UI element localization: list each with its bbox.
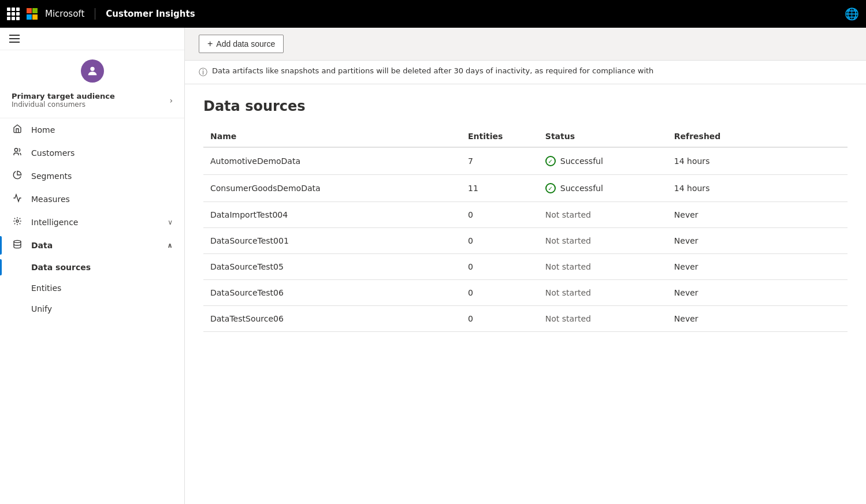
segments-label: Segments — [31, 171, 173, 181]
notice-text: Data artifacts like snapshots and partit… — [212, 66, 653, 75]
sidebar-item-customers[interactable]: Customers — [0, 141, 184, 165]
row-status: ✓Successful — [538, 147, 667, 175]
status-label: Not started — [545, 236, 591, 245]
row-name: DataTestSource06 — [203, 306, 461, 332]
row-entities: 0 — [461, 254, 538, 280]
row-name: DataImportTest004 — [203, 202, 461, 228]
add-button-label: Add data source — [216, 39, 275, 48]
sidebar-item-measures[interactable]: Measures — [0, 188, 184, 211]
sidebar-item-entities[interactable]: Entities — [0, 278, 184, 298]
row-entities: 0 — [461, 228, 538, 254]
sidebar: Primary target audience Individual consu… — [0, 28, 185, 504]
row-refreshed: Never — [667, 228, 848, 254]
status-success-icon: ✓ — [545, 156, 556, 166]
entities-label: Entities — [31, 283, 61, 293]
row-name: ConsumerGoodsDemoData — [203, 175, 461, 202]
status-label: Not started — [545, 314, 591, 323]
toolbar: + Add data source — [185, 28, 866, 61]
row-name: DataSourceTest05 — [203, 254, 461, 280]
col-refreshed-header: Refreshed — [667, 126, 848, 147]
data-label: Data — [31, 241, 159, 250]
sidebar-item-home[interactable]: Home — [0, 118, 184, 141]
row-entities: 0 — [461, 202, 538, 228]
audience-sublabel: Individual consumers — [12, 100, 115, 109]
add-data-source-button[interactable]: + Add data source — [199, 35, 284, 53]
user-avatar[interactable] — [81, 59, 104, 83]
sidebar-item-data[interactable]: Data ∧ — [0, 234, 184, 257]
row-status: Not started — [538, 280, 667, 306]
main-layout: Primary target audience Individual consu… — [0, 28, 866, 504]
intelligence-chevron-icon: ∨ — [168, 218, 173, 226]
row-entities: 11 — [461, 175, 538, 202]
audience-chevron-icon: › — [169, 96, 173, 105]
svg-point-2 — [16, 220, 18, 222]
status-label: Not started — [545, 262, 591, 271]
audience-section[interactable]: Primary target audience Individual consu… — [0, 83, 184, 118]
globe-icon[interactable]: 🌐 — [845, 7, 859, 21]
table-row[interactable]: DataSourceTest0010Not startedNever — [203, 228, 848, 254]
topbar: Microsoft Customer Insights 🌐 — [0, 0, 866, 28]
table-body: AutomotiveDemoData7✓Successful14 hoursCo… — [203, 147, 848, 332]
data-sources-label: Data sources — [31, 263, 91, 272]
sidebar-item-intelligence[interactable]: Intelligence ∨ — [0, 211, 184, 234]
table-row[interactable]: DataImportTest0040Not startedNever — [203, 202, 848, 228]
table-row[interactable]: AutomotiveDemoData7✓Successful14 hours — [203, 147, 848, 175]
page-content: Data sources Name Entities Status Refres… — [185, 84, 866, 504]
table-row[interactable]: ConsumerGoodsDemoData11✓Successful14 hou… — [203, 175, 848, 202]
topbar-separator — [95, 8, 95, 20]
col-name-header: Name — [203, 126, 461, 147]
audience-text: Primary target audience Individual consu… — [12, 92, 115, 109]
sidebar-item-data-sources[interactable]: Data sources — [0, 257, 184, 278]
table-row[interactable]: DataSourceTest050Not startedNever — [203, 254, 848, 280]
row-name: DataSourceTest001 — [203, 228, 461, 254]
col-entities-header: Entities — [461, 126, 538, 147]
intelligence-label: Intelligence — [31, 218, 159, 227]
data-sources-table: Name Entities Status Refreshed Automotiv… — [203, 126, 848, 332]
plus-icon: + — [207, 39, 213, 49]
row-status: Not started — [538, 306, 667, 332]
audience-label: Primary target audience — [12, 92, 115, 100]
apps-grid-icon[interactable] — [7, 8, 20, 20]
table-row[interactable]: DataTestSource060Not startedNever — [203, 306, 848, 332]
info-icon: ⓘ — [199, 67, 207, 78]
row-status: ✓Successful — [538, 175, 667, 202]
row-refreshed: Never — [667, 254, 848, 280]
home-label: Home — [31, 125, 173, 135]
microsoft-logo — [27, 8, 38, 20]
measures-label: Measures — [31, 195, 173, 204]
status-label: Successful — [560, 156, 603, 166]
data-chevron-icon: ∧ — [167, 241, 173, 249]
sidebar-top — [0, 28, 184, 50]
row-entities: 0 — [461, 280, 538, 306]
sidebar-nav-scroll: Home Customers Segments Measures — [0, 118, 184, 504]
row-refreshed: Never — [667, 306, 848, 332]
sidebar-item-segments[interactable]: Segments — [0, 165, 184, 188]
row-refreshed: Never — [667, 280, 848, 306]
home-icon — [12, 124, 23, 136]
status-label: Successful — [560, 184, 603, 193]
row-entities: 7 — [461, 147, 538, 175]
svg-point-0 — [90, 67, 94, 71]
row-status: Not started — [538, 254, 667, 280]
table-row[interactable]: DataSourceTest060Not startedNever — [203, 280, 848, 306]
row-name: AutomotiveDemoData — [203, 147, 461, 175]
sidebar-item-unify[interactable]: Unify — [0, 298, 184, 319]
status-success-icon: ✓ — [545, 183, 556, 193]
row-status: Not started — [538, 202, 667, 228]
row-refreshed: Never — [667, 202, 848, 228]
row-name: DataSourceTest06 — [203, 280, 461, 306]
content-area: + Add data source ⓘ Data artifacts like … — [185, 28, 866, 504]
row-refreshed: 14 hours — [667, 175, 848, 202]
hamburger-menu-icon[interactable] — [9, 35, 20, 43]
row-status: Not started — [538, 228, 667, 254]
data-icon — [12, 240, 23, 251]
app-name: Customer Insights — [106, 9, 195, 19]
svg-point-1 — [14, 148, 17, 151]
customers-label: Customers — [31, 148, 173, 158]
notice-bar: ⓘ Data artifacts like snapshots and part… — [185, 61, 866, 84]
status-label: Not started — [545, 210, 591, 219]
col-status-header: Status — [538, 126, 667, 147]
table-header: Name Entities Status Refreshed — [203, 126, 848, 147]
row-refreshed: 14 hours — [667, 147, 848, 175]
company-name: Microsoft — [45, 9, 84, 19]
